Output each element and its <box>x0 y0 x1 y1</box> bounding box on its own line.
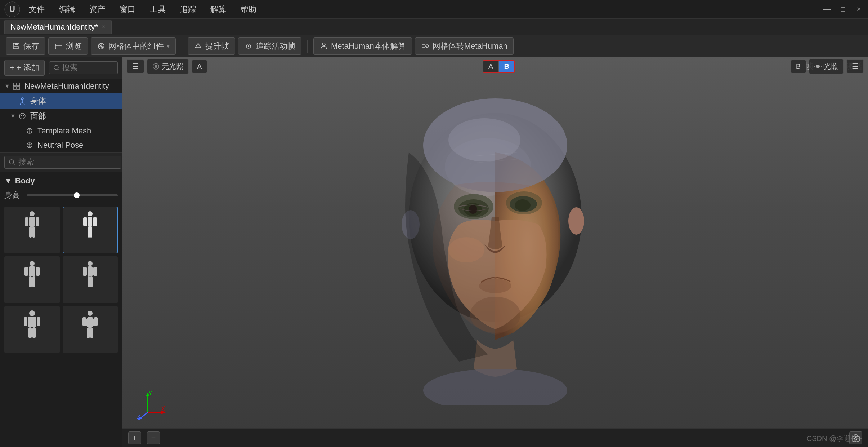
svg-rect-49 <box>29 276 32 287</box>
tree-item-face-label: 面部 <box>30 111 46 121</box>
body-toolbar: ⊞ ⚙ <box>0 153 122 172</box>
menu-file[interactable]: 文件 <box>26 3 48 16</box>
ue-logo-icon: U <box>4 1 20 17</box>
viewport-settings-button[interactable]: ☰ <box>846 59 864 73</box>
viewport-menu-button[interactable]: ☰ <box>127 59 144 73</box>
menu-asset[interactable]: 资产 <box>86 3 108 16</box>
b-label-button[interactable]: B <box>791 60 806 73</box>
window-controls: — □ × <box>822 4 864 14</box>
browse-button[interactable]: 浏览 <box>48 37 88 55</box>
svg-rect-54 <box>93 267 97 276</box>
svg-line-32 <box>13 164 15 165</box>
minimize-button[interactable]: — <box>822 4 832 14</box>
metahuman-calc-button[interactable]: MetaHuman本体解算 <box>313 37 412 55</box>
svg-rect-15 <box>13 83 16 86</box>
lighting-toggle-a[interactable]: 无光照 <box>147 59 189 74</box>
body-card-4[interactable] <box>63 256 118 303</box>
mesh-to-metahuman-button[interactable]: 网格体转MetaHuman <box>415 37 514 55</box>
body-figure-1 <box>21 210 43 250</box>
body-figure-2 <box>79 210 101 250</box>
svg-rect-58 <box>28 317 36 327</box>
svg-rect-56 <box>90 276 93 287</box>
sun-icon <box>814 63 822 70</box>
close-button[interactable]: × <box>854 4 864 14</box>
lighting-toggle-b[interactable]: 光照 <box>809 59 844 74</box>
label-a-button[interactable]: A <box>192 60 207 73</box>
tree-item-neutral-pose[interactable]: Neutral Pose <box>0 138 122 152</box>
menu-track[interactable]: 追踪 <box>177 3 199 16</box>
svg-rect-61 <box>28 327 32 338</box>
save-icon <box>12 42 21 50</box>
body-section-header: ▼ Body <box>4 176 118 186</box>
toolbar-separator <box>182 40 182 53</box>
lighting-a-label: 无光照 <box>162 62 183 71</box>
svg-rect-16 <box>17 83 20 86</box>
ab-center: A B <box>210 60 787 73</box>
height-slider[interactable] <box>27 194 118 196</box>
svg-rect-59 <box>24 317 27 326</box>
mesh-components-button[interactable]: 网格体中的组件 ▾ <box>91 37 176 55</box>
tree-item-face[interactable]: ▼ 面部 <box>0 109 122 124</box>
add-button[interactable]: + + 添加 <box>4 60 45 76</box>
svg-point-9 <box>248 45 249 47</box>
ab-indicator: A B <box>483 60 515 73</box>
tab-metahuman-identity[interactable]: NewMetaHumanIdentity* × <box>4 20 112 34</box>
remove-frame-button[interactable]: − <box>147 431 160 444</box>
slider-thumb[interactable] <box>74 192 80 198</box>
tree-item-root[interactable]: ▼ NewMetaHumanIdentity <box>0 79 122 93</box>
svg-text:Y: Y <box>148 391 152 396</box>
ab-a-label[interactable]: A <box>483 61 498 72</box>
tab-close-icon[interactable]: × <box>102 23 106 31</box>
svg-rect-53 <box>83 267 87 276</box>
menu-tools[interactable]: 工具 <box>147 3 169 16</box>
svg-rect-18 <box>17 87 20 89</box>
svg-text:Z: Z <box>137 414 140 420</box>
tree-item-body-label: 身体 <box>30 96 46 106</box>
xyz-axis-icon: Y X Z <box>137 391 166 420</box>
menu-help[interactable]: 帮助 <box>238 3 259 16</box>
dropdown-arrow-icon: ▾ <box>167 43 170 49</box>
outliner-toolbar: + + 添加 <box>0 57 122 79</box>
menu-window[interactable]: 窗口 <box>117 3 138 16</box>
body-card-2[interactable] <box>63 207 118 253</box>
maximize-button[interactable]: □ <box>838 4 848 14</box>
outliner-search <box>49 61 118 74</box>
tree-item-body[interactable]: 身体 <box>0 93 122 109</box>
outliner: + + 添加 ▼ NewMetaHumanIdentity <box>0 57 122 153</box>
face-expand-icon: ▼ <box>10 113 17 119</box>
tab-label: NewMetaHumanIdentity* <box>10 22 98 32</box>
axis-indicator: Y X Z <box>137 391 166 422</box>
outliner-search-input[interactable] <box>62 63 114 72</box>
svg-point-64 <box>86 317 94 328</box>
svg-point-10 <box>322 43 325 46</box>
menu-edit[interactable]: 编辑 <box>56 3 78 16</box>
svg-rect-37 <box>29 227 32 238</box>
svg-point-31 <box>9 160 14 164</box>
track-anim-button[interactable]: 追踪活动帧 <box>238 37 301 55</box>
tree-item-template-mesh[interactable]: Template Mesh <box>0 124 122 138</box>
mesh-icon <box>97 42 106 50</box>
minus-frame-icon: − <box>151 433 156 443</box>
tab-bar: NewMetaHumanIdentity* × <box>0 19 868 35</box>
svg-point-23 <box>21 115 22 116</box>
body-search-input[interactable] <box>18 158 117 167</box>
body-card-1[interactable] <box>4 207 60 253</box>
ab-b-label[interactable]: B <box>499 61 514 72</box>
svg-rect-67 <box>87 328 90 338</box>
svg-rect-36 <box>36 217 39 226</box>
svg-point-13 <box>54 65 58 70</box>
face-icon <box>17 111 27 121</box>
add-frame-button[interactable]: + <box>128 431 141 444</box>
promote-button[interactable]: 提升帧 <box>188 37 235 55</box>
svg-rect-66 <box>94 317 98 326</box>
body-card-5[interactable] <box>4 306 60 353</box>
main-layout: + + 添加 ▼ NewMetaHumanIdentity <box>0 57 868 447</box>
menu-solve[interactable]: 解算 <box>207 3 229 16</box>
save-button[interactable]: 保存 <box>6 37 45 55</box>
svg-rect-17 <box>13 87 16 89</box>
body-figure-5 <box>21 310 43 349</box>
body-card-3[interactable] <box>4 256 60 303</box>
body-card-6[interactable] <box>63 306 118 353</box>
grid-icon <box>12 81 22 91</box>
height-label: 身高 <box>4 190 22 201</box>
